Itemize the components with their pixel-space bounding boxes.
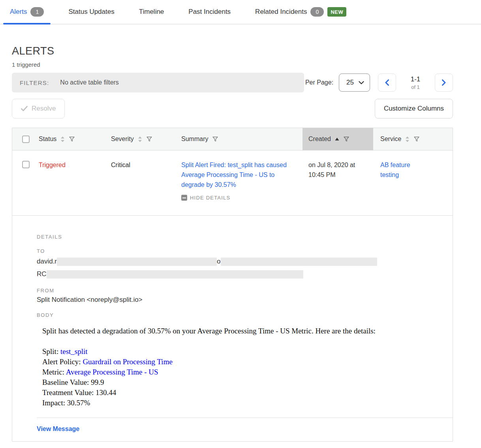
column-header-service[interactable]: Service — [373, 128, 453, 150]
field-label: Metric: — [42, 368, 64, 376]
filters-label: FILTERS: — [20, 79, 49, 86]
summary-link[interactable]: Split Alert Fired: test_split has caused… — [181, 160, 293, 190]
chevron-right-icon — [442, 79, 446, 86]
new-feature-badge: NEW — [327, 7, 346, 17]
sort-ascending-icon[interactable] — [335, 137, 339, 141]
sort-icon[interactable] — [60, 136, 65, 142]
row-select-cell — [12, 151, 39, 215]
filter-icon[interactable] — [146, 136, 152, 142]
filter-icon[interactable] — [212, 136, 218, 142]
resolve-button[interactable]: Resolve — [12, 99, 65, 119]
column-header-severity[interactable]: Severity — [111, 128, 181, 150]
from-value: Split Notification <noreply@split.io> — [37, 296, 453, 304]
page-range-total: of 1 — [402, 84, 429, 90]
per-page-select[interactable]: 25 — [339, 73, 370, 92]
filter-icon[interactable] — [413, 136, 420, 142]
service-column-label: Service — [380, 136, 401, 143]
tab-status-updates[interactable]: Status Updates — [62, 0, 121, 24]
service-link[interactable]: AB feature testing — [380, 160, 422, 180]
triggered-count: 1 triggered — [12, 61, 453, 68]
controls-row: FILTERS: No active table filters Per Pag… — [12, 73, 453, 92]
tab-timeline[interactable]: Timeline — [132, 0, 171, 24]
chevron-down-icon — [359, 81, 364, 85]
filter-icon[interactable] — [343, 136, 349, 142]
tab-related-incidents-label: Related Incidents — [255, 8, 307, 16]
table-row: Triggered Critical Split Alert Fired: te… — [12, 151, 453, 216]
page-range: 1-1 of 1 — [402, 75, 429, 90]
created-column-label: Created — [308, 136, 331, 143]
email-field-split: Split: test_split — [42, 346, 453, 357]
row-checkbox[interactable] — [22, 161, 30, 168]
hide-details-toggle[interactable]: HIDE DETAILS — [181, 193, 293, 203]
email-field-baseline: Baseline Value: 99.9 — [42, 377, 453, 388]
to-recipient-text: RC — [37, 270, 47, 278]
row-severity: Critical — [111, 151, 181, 215]
to-recipients-line-1: david.ro — [37, 256, 453, 267]
alerts-count-badge: 1 — [30, 7, 44, 17]
field-label: Split: — [42, 347, 58, 356]
email-body: Split has detected a degradation of 30.5… — [37, 318, 453, 408]
field-label: Treatment Value: — [42, 388, 94, 397]
details-title: DETAILS — [37, 234, 453, 240]
tab-alerts[interactable]: Alerts 1 — [3, 0, 51, 24]
page-range-value: 1-1 — [402, 75, 429, 83]
alert-details-panel: DETAILS TO david.ro RC FROM Split Notifi… — [12, 216, 453, 441]
customize-columns-button[interactable]: Customize Columns — [375, 99, 453, 119]
per-page-value: 25 — [346, 79, 354, 87]
spacer — [42, 336, 453, 346]
field-label: Baseline Value: — [42, 378, 89, 386]
row-status: Triggered — [39, 151, 111, 215]
customize-columns-label: Customize Columns — [384, 105, 444, 113]
redacted-text — [47, 270, 303, 279]
column-header-summary[interactable]: Summary — [181, 128, 303, 150]
hide-details-label: HIDE DETAILS — [190, 193, 230, 203]
sort-icon[interactable] — [138, 136, 142, 142]
row-created: on Jul 8, 2020 at 10:45 PM — [303, 151, 373, 215]
email-field-alert-policy: Alert Policy: Guardrail on Processing Ti… — [42, 357, 453, 367]
filter-icon[interactable] — [69, 136, 75, 142]
select-all-cell — [12, 128, 39, 150]
alert-policy-link[interactable]: Guardrail on Processing Time — [83, 358, 172, 366]
tab-timeline-label: Timeline — [139, 8, 164, 16]
to-recipient-text: david.r — [37, 258, 57, 265]
per-page-label: Per Page: — [305, 79, 333, 86]
field-label: Alert Policy: — [42, 358, 81, 366]
split-link[interactable]: test_split — [60, 347, 88, 356]
severity-column-label: Severity — [111, 136, 134, 143]
page-title: ALERTS — [12, 45, 453, 57]
tab-past-incidents-label: Past Incidents — [188, 8, 231, 16]
tab-related-incidents[interactable]: Related Incidents 0 NEW — [248, 0, 353, 24]
email-field-impact: Impact: 30.57% — [42, 398, 453, 408]
column-header-status[interactable]: Status — [39, 128, 111, 150]
sort-icon[interactable] — [405, 136, 410, 142]
tab-alerts-label: Alerts — [10, 8, 27, 16]
chevron-left-icon — [385, 79, 389, 86]
redacted-text — [221, 258, 377, 266]
status-column-label: Status — [39, 136, 56, 143]
summary-column-label: Summary — [181, 136, 208, 143]
next-page-button[interactable] — [435, 73, 453, 92]
row-service-cell: AB feature testing — [373, 151, 453, 215]
metric-link[interactable]: Average Processing Time - US — [66, 368, 158, 376]
tab-past-incidents[interactable]: Past Incidents — [182, 0, 237, 24]
filter-bar[interactable]: FILTERS: No active table filters — [12, 73, 304, 92]
resolve-button-label: Resolve — [32, 105, 56, 113]
view-message-link[interactable]: View Message — [37, 425, 79, 432]
filters-status-text: No active table filters — [60, 79, 119, 86]
email-field-treatment: Treatment Value: 130.44 — [42, 388, 453, 398]
prev-page-button[interactable] — [378, 73, 396, 92]
view-message-section: View Message — [37, 418, 453, 441]
field-value: 30.57% — [67, 399, 90, 407]
select-all-checkbox[interactable] — [22, 136, 30, 143]
field-label: Impact: — [42, 399, 65, 407]
field-value: 130.44 — [96, 388, 116, 397]
to-recipients-line-2: RC — [37, 269, 453, 279]
table-header-row: Status Severity Summary — [12, 128, 453, 151]
alerts-table: Status Severity Summary — [12, 128, 453, 442]
redacted-text — [57, 258, 217, 266]
column-header-created[interactable]: Created — [303, 128, 373, 150]
related-incidents-count-badge: 0 — [310, 7, 324, 17]
body-label: BODY — [37, 312, 453, 318]
tab-bar: Alerts 1 Status Updates Timeline Past In… — [0, 0, 481, 24]
email-body-intro: Split has detected a degradation of 30.5… — [42, 326, 453, 336]
